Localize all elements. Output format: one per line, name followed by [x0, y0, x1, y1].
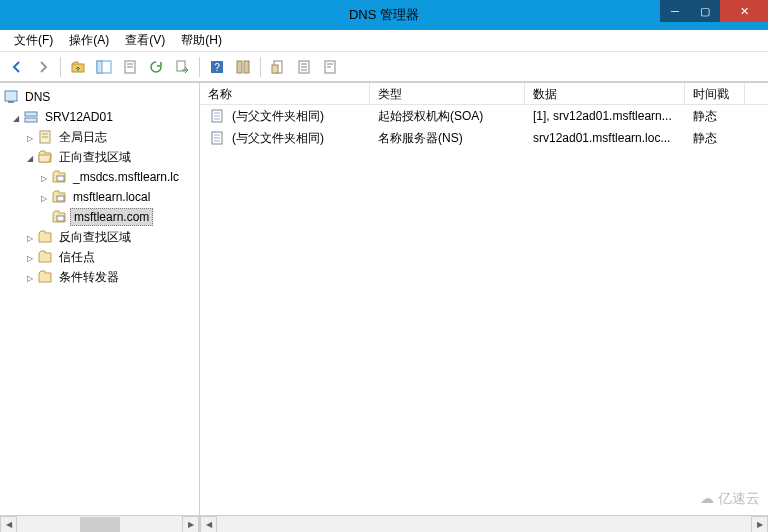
folder-icon [37, 269, 53, 285]
cell-text: (与父文件夹相同) [232, 130, 324, 147]
tree-node-server[interactable]: SRV12AD01 [0, 107, 199, 127]
tree-node-global-log[interactable]: 全局日志 [0, 127, 199, 147]
expand-icon[interactable] [24, 132, 36, 143]
cell-text: (与父文件夹相同) [232, 108, 324, 125]
list-horizontal-scrollbar[interactable]: ◀ ▶ [200, 515, 768, 532]
list-panel: 名称 类型 数据 时间戳 (与父文件夹相同) 起始授权机构(SOA) [1], … [200, 83, 768, 532]
list-body: (与父文件夹相同) 起始授权机构(SOA) [1], srv12ad01.msf… [200, 105, 768, 514]
expand-icon[interactable] [24, 272, 36, 283]
content-area: DNS SRV12AD01 全局日志 正向查找区域 _msdcs.msftlea [0, 82, 768, 532]
svg-rect-12 [272, 65, 278, 73]
cell-data: srv12ad01.msftlearn.loc... [525, 129, 685, 147]
record-icon [209, 108, 225, 124]
svg-rect-22 [25, 112, 37, 116]
up-one-level-button[interactable] [67, 56, 89, 78]
new-record-button[interactable] [267, 56, 289, 78]
back-button[interactable] [6, 56, 28, 78]
list-header: 名称 类型 数据 时间戳 [200, 83, 768, 105]
expand-icon[interactable] [10, 112, 22, 123]
column-header-data[interactable]: 数据 [525, 83, 685, 104]
zone-icon [51, 209, 67, 225]
svg-rect-2 [97, 61, 102, 73]
server-icon [23, 109, 39, 125]
tree-node-zone-selected[interactable]: msftlearn.com [0, 207, 199, 227]
tree-node-trust[interactable]: 信任点 [0, 247, 199, 267]
scrollbar-track[interactable] [217, 516, 751, 532]
window-controls: ─ ▢ ✕ [660, 0, 768, 22]
tree-label: msftlearn.com [70, 208, 153, 226]
cell-timestamp: 静态 [685, 106, 745, 127]
scroll-right-button[interactable]: ▶ [182, 516, 199, 532]
tree-label: 正向查找区域 [56, 148, 134, 167]
export-list-button[interactable] [171, 56, 193, 78]
scrollbar-track[interactable] [17, 516, 182, 532]
view-details-button[interactable] [319, 56, 341, 78]
tree-label: 全局日志 [56, 128, 110, 147]
tree-panel: DNS SRV12AD01 全局日志 正向查找区域 _msdcs.msftlea [0, 83, 200, 532]
show-hide-console-tree-button[interactable] [93, 56, 115, 78]
cell-type: 名称服务器(NS) [370, 128, 525, 149]
menu-view[interactable]: 查看(V) [117, 30, 173, 51]
expand-icon[interactable] [24, 152, 36, 163]
tree-node-reverse-zones[interactable]: 反向查找区域 [0, 227, 199, 247]
menu-action[interactable]: 操作(A) [61, 30, 117, 51]
dns-root-icon [3, 89, 19, 105]
cell-data: [1], srv12ad01.msftlearn... [525, 107, 685, 125]
svg-rect-20 [5, 91, 17, 101]
svg-rect-10 [244, 61, 249, 73]
filter-button[interactable] [293, 56, 315, 78]
zone-icon [51, 189, 67, 205]
minimize-button[interactable]: ─ [660, 0, 690, 22]
tree-label: 反向查找区域 [56, 228, 134, 247]
zone-icon [51, 169, 67, 185]
tree-horizontal-scrollbar[interactable]: ◀ ▶ [0, 515, 199, 532]
tree-label: 信任点 [56, 248, 98, 267]
separator-icon [199, 57, 200, 77]
list-item[interactable]: (与父文件夹相同) 名称服务器(NS) srv12ad01.msftlearn.… [200, 127, 768, 149]
tree-label: 条件转发器 [56, 268, 122, 287]
tree-label: _msdcs.msftlearn.lc [70, 169, 182, 185]
tree-node-conditional-fwd[interactable]: 条件转发器 [0, 267, 199, 287]
tree-label: DNS [22, 89, 53, 105]
column-header-name[interactable]: 名称 [200, 83, 370, 104]
expand-icon[interactable] [38, 172, 50, 183]
menu-bar: 文件(F) 操作(A) 查看(V) 帮助(H) [0, 30, 768, 52]
menu-help[interactable]: 帮助(H) [173, 30, 230, 51]
action-panel-button[interactable] [232, 56, 254, 78]
window-title: DNS 管理器 [349, 6, 419, 24]
scroll-left-button[interactable]: ◀ [200, 516, 217, 532]
toolbar: ? [0, 52, 768, 82]
separator-icon [260, 57, 261, 77]
tree-node-zone[interactable]: msftlearn.local [0, 187, 199, 207]
properties-button[interactable] [119, 56, 141, 78]
svg-text:?: ? [214, 62, 220, 73]
maximize-button[interactable]: ▢ [690, 0, 720, 22]
scrollbar-thumb[interactable] [80, 517, 120, 532]
tree-node-dns[interactable]: DNS [0, 87, 199, 107]
folder-icon [37, 229, 53, 245]
tree-node-forward-zones[interactable]: 正向查找区域 [0, 147, 199, 167]
cell-name: (与父文件夹相同) [200, 106, 370, 127]
scroll-right-button[interactable]: ▶ [751, 516, 768, 532]
tree-node-zone[interactable]: _msdcs.msftlearn.lc [0, 167, 199, 187]
forward-button[interactable] [32, 56, 54, 78]
list-item[interactable]: (与父文件夹相同) 起始授权机构(SOA) [1], srv12ad01.msf… [200, 105, 768, 127]
scroll-left-button[interactable]: ◀ [0, 516, 17, 532]
folder-icon [37, 249, 53, 265]
svg-rect-9 [237, 61, 242, 73]
svg-rect-23 [25, 118, 37, 122]
svg-rect-29 [57, 216, 64, 221]
svg-rect-28 [57, 196, 64, 201]
folder-open-icon [37, 149, 53, 165]
close-button[interactable]: ✕ [720, 0, 768, 22]
refresh-button[interactable] [145, 56, 167, 78]
expand-icon[interactable] [38, 192, 50, 203]
menu-file[interactable]: 文件(F) [6, 30, 61, 51]
expand-icon[interactable] [24, 252, 36, 263]
column-header-timestamp[interactable]: 时间戳 [685, 83, 745, 104]
tree-label: SRV12AD01 [42, 109, 116, 125]
expand-icon[interactable] [24, 232, 36, 243]
help-button[interactable]: ? [206, 56, 228, 78]
separator-icon [60, 57, 61, 77]
column-header-type[interactable]: 类型 [370, 83, 525, 104]
